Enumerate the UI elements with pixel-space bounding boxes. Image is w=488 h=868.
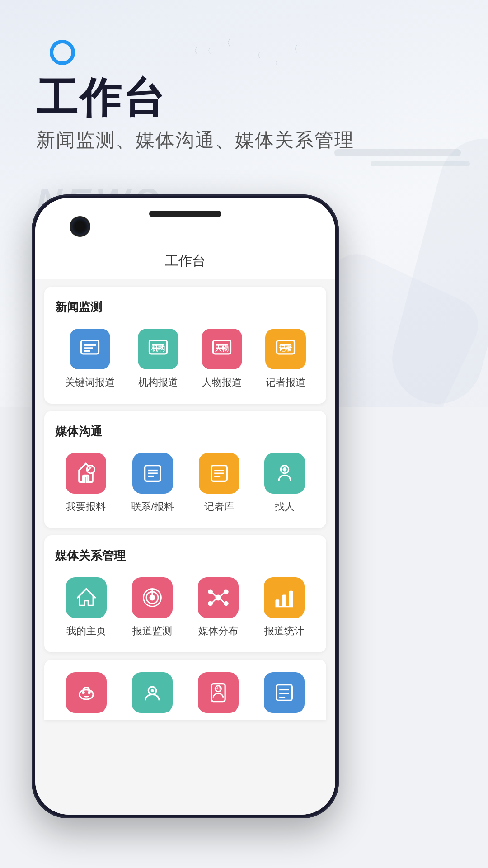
svg-rect-40 — [276, 599, 280, 606]
bird-icon: 〈 — [289, 43, 298, 55]
bottom-3-icon: 记者 — [206, 681, 230, 704]
contact-icon — [141, 462, 164, 485]
keyword-label: 关键词报道 — [65, 376, 115, 389]
deco-line — [371, 161, 470, 166]
section-media-communication: 媒体沟通 我要报料 — [44, 411, 326, 528]
svg-line-37 — [220, 593, 224, 597]
reporter-label: 记者报道 — [266, 376, 305, 389]
icon-item-report[interactable]: 我要报料 — [66, 453, 106, 514]
icon-item-find[interactable]: 找人 — [264, 453, 305, 514]
home-icon — [75, 586, 98, 609]
report-monitor-icon-box — [132, 577, 173, 618]
person-label: 人物报道 — [202, 376, 242, 389]
report-icon-box — [66, 453, 106, 494]
icon-item-bottom-1[interactable] — [66, 672, 107, 713]
find-label: 找人 — [275, 500, 295, 514]
report-label: 我要报料 — [66, 500, 106, 514]
share-icon — [206, 586, 230, 609]
page-title: 工作台 — [36, 70, 166, 126]
icon-item-my-page[interactable]: 我的主页 — [66, 577, 107, 638]
stats-icon — [272, 586, 296, 609]
section-media-management: 媒体关系管理 我的主页 — [44, 535, 326, 652]
bottom-4-icon-box — [264, 672, 305, 713]
svg-point-26 — [282, 467, 286, 472]
contact-icon-box — [132, 453, 173, 494]
svg-rect-42 — [289, 591, 293, 607]
svg-point-35 — [224, 601, 229, 606]
media-management-grid: 我的主页 报道监测 — [53, 577, 317, 638]
icon-item-report-stats[interactable]: 报道统计 — [264, 577, 305, 638]
bottom-1-icon — [75, 681, 98, 704]
bird-icon: 〈 — [271, 59, 278, 68]
svg-point-46 — [88, 691, 91, 694]
app-content: 工作台 新闻监测 — [35, 243, 335, 815]
org-label: 机构报道 — [138, 376, 178, 389]
icon-item-bottom-4[interactable] — [264, 672, 305, 713]
section-title-news: 新闻监测 — [53, 299, 317, 315]
journalist-db-icon-box — [199, 453, 239, 494]
report-stats-label: 报道统计 — [264, 624, 304, 638]
bottom-2-icon-box — [132, 672, 173, 713]
svg-point-34 — [208, 601, 213, 606]
news-monitoring-grid: 关键词报道 机构 机构报道 — [53, 329, 317, 389]
phone-mockup: 工作台 新闻监测 — [32, 194, 339, 818]
bird-icon: 〈 — [190, 45, 198, 56]
my-page-label: 我的主页 — [66, 624, 106, 638]
bottom-partial-grid: 记者 — [53, 672, 317, 713]
icon-item-contact[interactable]: 联系/报料 — [131, 453, 174, 514]
svg-point-33 — [224, 590, 229, 594]
section-news-monitoring: 新闻监测 关键词报道 — [44, 287, 326, 404]
media-communication-grid: 我要报料 联系/报料 — [53, 453, 317, 514]
icon-item-org[interactable]: 机构 机构报道 — [138, 329, 178, 389]
person-icon-box: 人物 — [202, 329, 242, 369]
svg-line-39 — [220, 599, 224, 603]
find-icon-box — [264, 453, 305, 494]
phone-camera — [71, 218, 89, 235]
phone-top-bar — [35, 198, 335, 243]
org-icon-box: 机构 — [138, 329, 178, 369]
phone-screen: 工作台 新闻监测 — [35, 198, 335, 815]
news-icon — [78, 337, 102, 361]
report-icon — [74, 462, 98, 485]
bottom-1-icon-box — [66, 672, 107, 713]
my-page-icon-box — [66, 577, 107, 618]
bird-icon: 〈 — [221, 36, 231, 50]
reporter-news-icon: 记者 — [274, 337, 297, 361]
radar-icon — [141, 586, 164, 609]
svg-rect-0 — [81, 340, 99, 354]
bottom-4-icon — [272, 681, 296, 704]
icon-item-bottom-3[interactable]: 记者 — [198, 672, 239, 713]
contact-label: 联系/报料 — [131, 500, 174, 514]
bottom-2-icon — [141, 681, 164, 704]
blue-dot-icon — [50, 40, 75, 65]
icon-item-report-monitor[interactable]: 报道监测 — [132, 577, 173, 638]
svg-point-32 — [208, 590, 213, 594]
keyword-icon-box — [70, 329, 110, 369]
svg-point-44 — [80, 690, 93, 700]
icon-item-keyword[interactable]: 关键词报道 — [65, 329, 115, 389]
person-news-icon: 人物 — [210, 337, 234, 361]
reporter-icon-box: 记者 — [265, 329, 306, 369]
svg-text:记者: 记者 — [214, 686, 222, 691]
bird-icon: 〈 — [203, 45, 211, 56]
section-title-media: 媒体沟通 — [53, 424, 317, 439]
svg-point-31 — [216, 595, 221, 601]
svg-line-38 — [212, 599, 216, 603]
media-dist-label: 媒体分布 — [198, 624, 238, 638]
phone-speaker — [149, 211, 221, 217]
svg-line-36 — [212, 593, 216, 597]
svg-point-48 — [151, 689, 154, 692]
svg-point-45 — [82, 691, 85, 694]
icon-item-reporter[interactable]: 记者 记者报道 — [265, 329, 306, 389]
bird-icon: 〈 — [253, 50, 261, 61]
page-subtitle: 新闻监测、媒体沟通、媒体关系管理 — [36, 127, 354, 153]
icon-item-person[interactable]: 人物 人物报道 — [202, 329, 242, 389]
report-monitor-label: 报道监测 — [132, 624, 172, 638]
icon-item-media-dist[interactable]: 媒体分布 — [198, 577, 239, 638]
app-header-title: 工作台 — [165, 252, 206, 270]
journalist-db-label: 记者库 — [204, 500, 234, 514]
find-icon — [273, 462, 296, 485]
icon-item-journalist-db[interactable]: 记者库 — [199, 453, 239, 514]
bottom-partial-section: 记者 — [44, 660, 326, 720]
icon-item-bottom-2[interactable] — [132, 672, 173, 713]
